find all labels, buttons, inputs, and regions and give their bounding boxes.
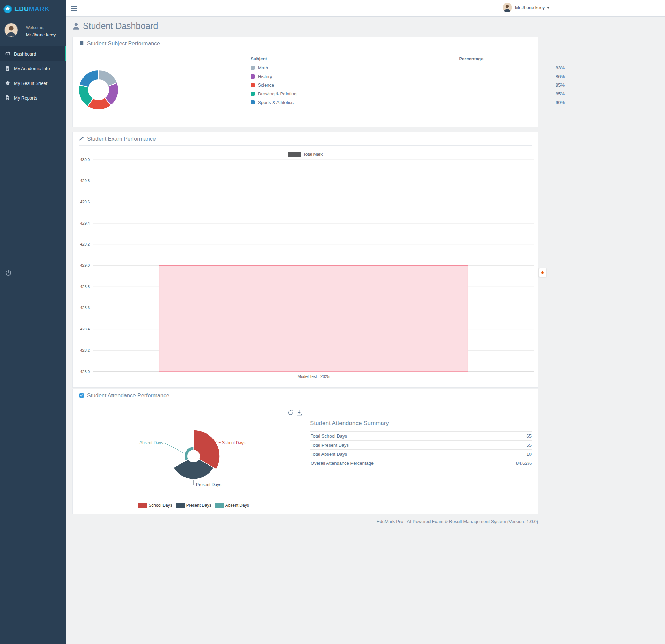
legend-swatch <box>215 503 224 508</box>
document-icon <box>5 66 10 71</box>
attendance-polar-chart: School DaysAbsent DaysPresent Days <box>133 427 252 495</box>
column-header-percentage: Percentage <box>420 56 568 61</box>
table-row: History 86% <box>248 72 568 81</box>
subject-table-header: Subject Percentage <box>248 54 568 64</box>
svg-text:429.6: 429.6 <box>80 200 90 204</box>
attendance-performance-card: Student Attendance Performance School Da… <box>72 389 538 514</box>
page-title-text: Student Dashboard <box>83 21 158 31</box>
summary-label: Total Present Days <box>310 441 486 450</box>
table-row: Total Present Days 55 <box>310 441 532 450</box>
legend-swatch <box>251 74 255 79</box>
sidebar-footer <box>0 268 17 278</box>
topbar-avatar <box>503 3 512 12</box>
svg-text:428.8: 428.8 <box>80 285 90 289</box>
svg-text:428.6: 428.6 <box>80 306 90 310</box>
svg-text:428.4: 428.4 <box>80 327 90 331</box>
exam-performance-card: Student Exam Performance Total Mark 430.… <box>72 132 538 388</box>
legend-item: School Days <box>138 503 172 508</box>
subject-label: Drawing & Painting <box>258 91 297 96</box>
refresh-icon[interactable] <box>287 409 294 416</box>
summary-label: Total Absent Days <box>310 450 486 459</box>
subject-percentage: 83% <box>420 65 568 71</box>
sidebar-item-label: My Academic Info <box>14 66 50 71</box>
sidebar-item-dashboard[interactable]: Dashboard <box>0 46 66 61</box>
legend-swatch <box>251 100 255 104</box>
check-square-icon <box>79 393 84 398</box>
legend-label: School Days <box>149 503 172 508</box>
subject-table: Subject Percentage Math 83% History 86% … <box>248 54 568 107</box>
sidebar-item-label: Dashboard <box>14 51 36 57</box>
legend-swatch <box>288 152 301 157</box>
dashboard-icon <box>5 51 10 57</box>
page-title: Student Dashboard <box>72 21 158 31</box>
theme-flame-button[interactable] <box>538 268 546 277</box>
sidebar: EDUMARK Welcome, Mr Jhone keey Dashboard <box>0 0 66 644</box>
svg-text:429.0: 429.0 <box>80 263 90 268</box>
exam-card-header: Student Exam Performance <box>79 132 532 146</box>
legend-swatch <box>251 66 255 70</box>
legend-swatch <box>138 503 147 508</box>
sidebar-item-academic-info[interactable]: My Academic Info <box>0 61 66 76</box>
subject-label: History <box>258 74 272 79</box>
sidebar-user-name: Mr Jhone keey <box>26 32 56 37</box>
pencil-icon <box>79 136 84 141</box>
legend-label: Total Mark <box>303 152 323 157</box>
menu-toggle-button[interactable] <box>71 5 78 12</box>
svg-text:Present Days: Present Days <box>196 482 221 487</box>
subject-percentage: 85% <box>420 91 568 96</box>
user-menu[interactable]: Mr Jhone keey <box>503 3 550 12</box>
book-icon <box>79 41 84 46</box>
attendance-chart-toolbar <box>287 409 304 416</box>
svg-text:429.2: 429.2 <box>80 242 90 246</box>
legend-swatch <box>251 83 255 87</box>
exam-bar-chart: 430.0429.8429.6429.4429.2429.0428.8428.6… <box>80 158 537 383</box>
legend-label: Absent Days <box>225 503 249 508</box>
subject-percentage: 85% <box>420 82 568 88</box>
subject-performance-card: Student Subject Performance Subject Perc… <box>72 37 538 127</box>
subject-percentage: 90% <box>420 100 568 105</box>
subject-label: Math <box>258 65 268 71</box>
legend-item: Present Days <box>176 503 211 508</box>
svg-text:Model Test - 2025: Model Test - 2025 <box>297 374 329 379</box>
chevron-down-icon <box>547 7 550 9</box>
app-footer: EduMark Pro - AI-Powered Exam & Result M… <box>72 519 538 524</box>
sidebar-item-label: My Reports <box>14 95 37 101</box>
sidebar-item-result-sheet[interactable]: My Result Sheet <box>0 76 66 90</box>
attendance-card-title: Student Attendance Performance <box>87 393 169 399</box>
legend-label: Present Days <box>186 503 211 508</box>
main-content: Student Dashboard Student Subject Perfor… <box>66 17 665 644</box>
svg-text:429.4: 429.4 <box>80 221 90 225</box>
table-row: Sports & Athletics 90% <box>248 98 568 107</box>
summary-value: 10 <box>486 450 532 459</box>
logo-part-mark: MARK <box>29 5 50 13</box>
logout-power-button[interactable] <box>4 268 13 277</box>
welcome-label: Welcome, <box>26 25 56 30</box>
attendance-summary-title: Student Attendance Summary <box>310 420 532 427</box>
subject-label: Science <box>258 82 274 88</box>
attendance-card-header: Student Attendance Performance <box>79 389 532 402</box>
legend-item: Absent Days <box>215 503 249 508</box>
svg-text:Absent Days: Absent Days <box>139 440 163 445</box>
svg-text:428.2: 428.2 <box>80 348 90 352</box>
brand-logo-icon <box>3 5 12 13</box>
download-icon[interactable] <box>295 409 303 416</box>
sidebar-avatar <box>4 23 18 37</box>
svg-text:428.0: 428.0 <box>80 369 90 374</box>
attendance-chart-legend[interactable]: School Days Present Days Absent Days <box>73 503 315 508</box>
svg-text:School Days: School Days <box>222 440 245 445</box>
svg-text:429.8: 429.8 <box>80 178 90 183</box>
table-row: Overall Attendance Percentage 84.62% <box>310 459 532 468</box>
brand-logo[interactable]: EDUMARK <box>0 0 66 18</box>
column-header-subject: Subject <box>248 56 420 61</box>
graduation-cap-icon <box>5 80 10 86</box>
table-row: Math 83% <box>248 64 568 72</box>
table-row: Science 85% <box>248 81 568 89</box>
sidebar-nav: Dashboard My Academic Info My Result She… <box>0 46 66 105</box>
summary-value: 84.62% <box>486 459 532 468</box>
summary-value: 55 <box>486 441 532 450</box>
logo-part-edu: EDU <box>14 5 29 13</box>
sidebar-item-reports[interactable]: My Reports <box>0 90 66 105</box>
subject-card-title: Student Subject Performance <box>87 41 160 47</box>
svg-text:430.0: 430.0 <box>80 158 90 162</box>
exam-chart-legend[interactable]: Total Mark <box>73 152 538 157</box>
